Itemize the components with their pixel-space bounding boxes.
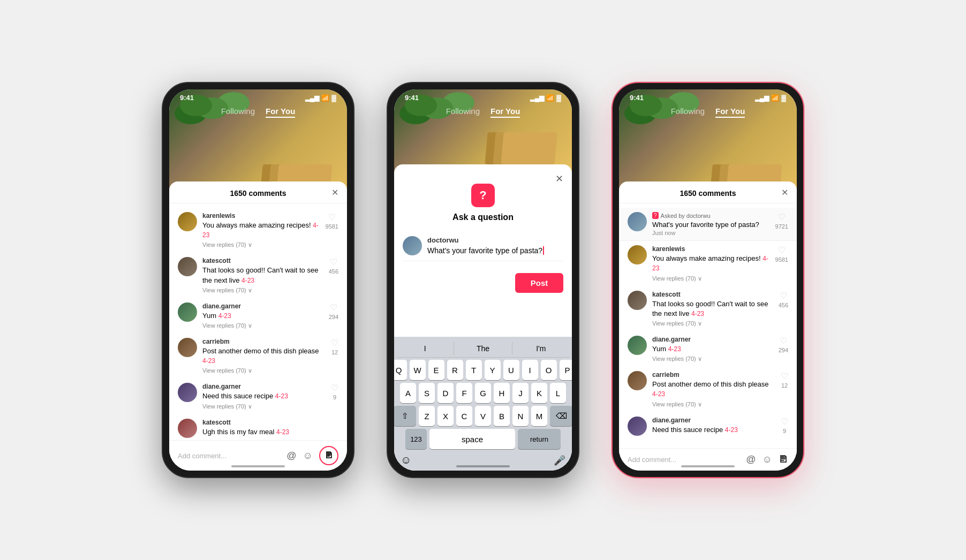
view-replies[interactable]: View replies (70) ∨ xyxy=(652,320,773,327)
key-l[interactable]: L xyxy=(550,383,566,403)
heart-icon[interactable]: ♡ xyxy=(780,336,787,346)
microphone-icon[interactable]: 🎤 xyxy=(554,455,565,466)
key-e[interactable]: E xyxy=(428,360,444,380)
comment-placeholder-right[interactable]: Add comment... xyxy=(628,456,739,464)
battery-icon-middle: ▓ xyxy=(556,94,561,102)
key-shift[interactable]: ⇧ xyxy=(394,406,416,426)
emoji-icon-right[interactable]: ☺ xyxy=(763,454,772,465)
question-icon-highlight[interactable]: 🖹 xyxy=(319,446,338,465)
wifi-icon-middle: 📶 xyxy=(546,94,554,102)
suggestion-i[interactable]: I xyxy=(396,342,454,355)
nav-foryou-right[interactable]: For You xyxy=(715,107,745,118)
at-icon-right[interactable]: @ xyxy=(746,454,756,465)
question-mark-icon[interactable]: 🖹 xyxy=(324,451,333,460)
key-o[interactable]: O xyxy=(541,360,557,380)
comment-text: Post another demo of this dish please 4-… xyxy=(202,346,326,366)
view-replies[interactable]: View replies (70) ∨ xyxy=(652,355,773,362)
view-replies[interactable]: View replies (70) ∨ xyxy=(202,241,320,248)
nav-following-middle[interactable]: Following xyxy=(446,107,480,118)
nav-foryou-middle[interactable]: For You xyxy=(490,107,520,118)
key-n[interactable]: N xyxy=(512,406,529,426)
like-count: 9581 xyxy=(326,223,338,230)
nav-following-right[interactable]: Following xyxy=(671,107,705,118)
heart-icon[interactable]: ♡ xyxy=(781,371,788,381)
close-comments-left[interactable]: ✕ xyxy=(331,187,338,198)
question-avatar xyxy=(628,212,647,231)
heart-icon[interactable]: ♡ xyxy=(778,212,786,222)
nav-following-left[interactable]: Following xyxy=(221,107,255,118)
like-count: 9581 xyxy=(775,256,788,263)
heart-icon[interactable]: ♡ xyxy=(331,338,338,348)
question-icon-right[interactable]: 🖹 xyxy=(779,454,788,465)
key-numbers[interactable]: 123 xyxy=(405,429,427,449)
view-replies[interactable]: View replies (70) ∨ xyxy=(652,275,770,282)
heart-icon[interactable]: ♡ xyxy=(780,291,787,301)
close-comments-right[interactable]: ✕ xyxy=(781,187,788,198)
comment-item: karenlewis You always make amazing recip… xyxy=(619,241,797,286)
comment-likes: ♡ 294 xyxy=(329,302,338,320)
key-p[interactable]: P xyxy=(560,360,572,380)
key-g[interactable]: G xyxy=(475,383,491,403)
heart-icon[interactable]: ♡ xyxy=(330,257,337,267)
key-x[interactable]: X xyxy=(437,406,454,426)
like-count: 12 xyxy=(331,349,338,355)
key-t[interactable]: T xyxy=(466,360,482,380)
key-z[interactable]: Z xyxy=(419,406,435,426)
heart-icon[interactable]: ♡ xyxy=(778,245,786,255)
comment-username: diane.garner xyxy=(652,336,773,343)
emoji-icon-left[interactable]: ☺ xyxy=(303,450,313,461)
key-d[interactable]: D xyxy=(437,383,454,403)
key-f[interactable]: F xyxy=(456,383,472,403)
key-backspace[interactable]: ⌫ xyxy=(550,406,572,426)
comment-placeholder-left[interactable]: Add comment... xyxy=(178,452,280,460)
modal-text-input[interactable]: What's your favorite type of pasta? xyxy=(427,246,544,255)
view-replies[interactable]: View replies (70) ∨ xyxy=(202,287,323,294)
key-w[interactable]: W xyxy=(410,360,426,380)
post-button[interactable]: Post xyxy=(515,273,563,293)
view-replies[interactable]: View replies (70) ∨ xyxy=(202,367,326,374)
status-icons-right: ▂▄▆ 📶 ▓ xyxy=(755,94,786,102)
key-q[interactable]: Q xyxy=(394,360,407,380)
view-replies[interactable]: View replies (70) ∨ xyxy=(202,403,326,410)
comment-content: carriebm Post another demo of this dish … xyxy=(652,371,775,407)
heart-icon[interactable]: ♡ xyxy=(328,212,336,222)
key-v[interactable]: V xyxy=(475,406,491,426)
key-return[interactable]: return xyxy=(518,429,561,449)
modal-close-button[interactable]: ✕ xyxy=(555,173,563,185)
emoji-keyboard-icon[interactable]: ☺ xyxy=(401,454,411,466)
modal-input-content: doctorwu What's your favorite type of pa… xyxy=(427,236,544,255)
comment-content: katescott That looks so good!! Can't wai… xyxy=(202,257,323,293)
key-u[interactable]: U xyxy=(503,360,519,380)
modal-title: Ask a question xyxy=(403,213,563,222)
comment-username: katescott xyxy=(652,291,773,298)
view-replies[interactable]: View replies (70) ∨ xyxy=(202,322,323,329)
nav-foryou-left[interactable]: For You xyxy=(266,107,295,118)
heart-icon[interactable]: ♡ xyxy=(781,417,788,427)
comment-likes: ♡ 456 xyxy=(329,257,338,275)
key-r[interactable]: R xyxy=(447,360,463,380)
key-s[interactable]: S xyxy=(419,383,435,403)
key-c[interactable]: C xyxy=(456,406,472,426)
key-b[interactable]: B xyxy=(494,406,510,426)
heart-icon[interactable]: ♡ xyxy=(331,383,338,393)
at-icon-left[interactable]: @ xyxy=(286,450,296,461)
comment-text: Yum 4-23 xyxy=(202,311,323,321)
key-m[interactable]: M xyxy=(531,406,547,426)
key-y[interactable]: Y xyxy=(485,360,501,380)
comment-likes: ♡ 9 xyxy=(331,383,338,400)
heart-icon[interactable]: ♡ xyxy=(330,302,337,313)
key-j[interactable]: J xyxy=(512,383,529,403)
comment-content: karenlewis You always make amazing recip… xyxy=(202,212,320,248)
view-replies[interactable]: View replies (70) ∨ xyxy=(652,401,775,408)
key-a[interactable]: A xyxy=(400,383,416,403)
key-i[interactable]: I xyxy=(522,360,538,380)
like-count: 456 xyxy=(329,268,338,275)
key-space[interactable]: space xyxy=(429,429,515,449)
key-k[interactable]: K xyxy=(531,383,547,403)
suggestion-the[interactable]: The xyxy=(454,342,512,355)
keyboard-row-3: ⇧ Z X C V B N M ⌫ xyxy=(396,406,570,426)
signal-icon-right: ▂▄▆ xyxy=(755,94,769,102)
keyboard-row-1: Q W E R T Y U I O P xyxy=(396,360,570,380)
suggestion-im[interactable]: I'm xyxy=(512,342,570,355)
key-h[interactable]: H xyxy=(494,383,510,403)
